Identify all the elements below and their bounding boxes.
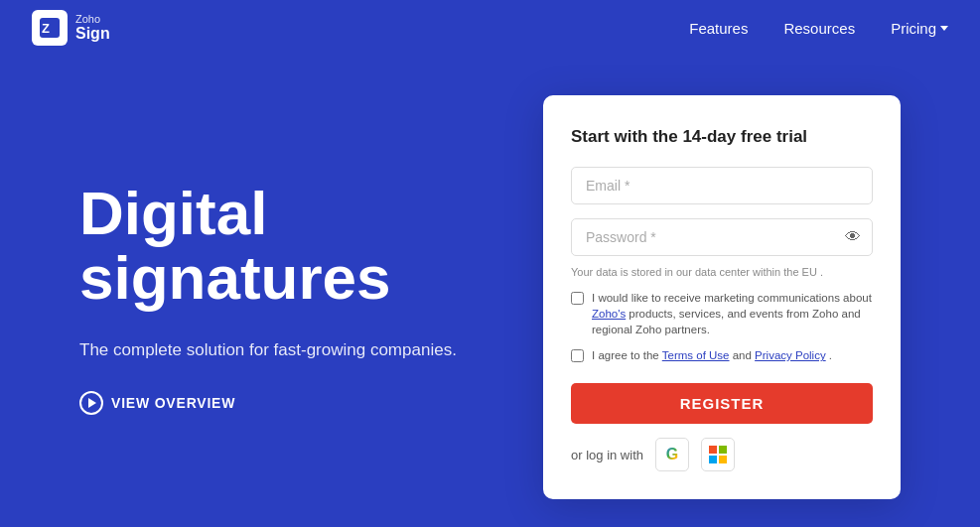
microsoft-icon <box>709 446 727 463</box>
navbar: Z Zoho Sign Features Resources Pricing <box>0 0 980 56</box>
form-title: Start with the 14-day free trial <box>571 127 873 147</box>
terms-checkbox[interactable] <box>571 349 584 362</box>
hero-left: Digital signatures The complete solution… <box>79 181 457 415</box>
marketing-checkbox-row: I would like to receive marketing commun… <box>571 290 873 337</box>
register-button[interactable]: REGISTER <box>571 383 873 424</box>
nav-features[interactable]: Features <box>689 20 748 37</box>
email-input[interactable] <box>571 167 873 204</box>
svg-text:Z: Z <box>42 21 50 36</box>
play-triangle <box>88 398 96 408</box>
password-field-group: 👁 <box>571 218 873 256</box>
social-login-label: or log in with <box>571 448 643 462</box>
google-icon: G <box>666 446 678 463</box>
hero-subtitle: The complete solution for fast-growing c… <box>79 337 457 363</box>
show-password-icon[interactable]: 👁 <box>845 228 861 246</box>
logo[interactable]: Z Zoho Sign <box>32 10 110 46</box>
privacy-link[interactable]: Privacy Policy <box>755 349 826 361</box>
view-overview-link[interactable]: VIEW OVERVIEW <box>79 391 457 415</box>
social-login-section: or log in with G <box>571 438 873 471</box>
play-icon <box>79 391 103 415</box>
marketing-checkbox[interactable] <box>571 292 584 305</box>
terms-label: I agree to the Terms of Use and Privacy … <box>592 347 832 363</box>
data-storage-note: Your data is stored in our data center w… <box>571 266 873 278</box>
terms-checkbox-row: I agree to the Terms of Use and Privacy … <box>571 347 873 363</box>
microsoft-login-button[interactable] <box>701 438 735 471</box>
logo-text: Zoho Sign <box>75 13 110 43</box>
email-field-group <box>571 167 873 204</box>
nav-resources[interactable]: Resources <box>783 20 855 37</box>
nav-pricing[interactable]: Pricing <box>891 20 948 37</box>
zoho-link[interactable]: Zoho's <box>592 308 626 320</box>
password-input[interactable] <box>571 218 873 256</box>
logo-icon: Z <box>32 10 68 46</box>
registration-form-card: Start with the 14-day free trial 👁 Your … <box>543 95 901 499</box>
google-login-button[interactable]: G <box>655 438 689 471</box>
marketing-label: I would like to receive marketing commun… <box>592 290 873 337</box>
nav-links: Features Resources Pricing <box>689 20 948 37</box>
chevron-down-icon <box>940 26 948 31</box>
hero-section: Digital signatures The complete solution… <box>0 56 980 527</box>
hero-title: Digital signatures <box>79 181 457 310</box>
terms-link[interactable]: Terms of Use <box>662 349 730 361</box>
